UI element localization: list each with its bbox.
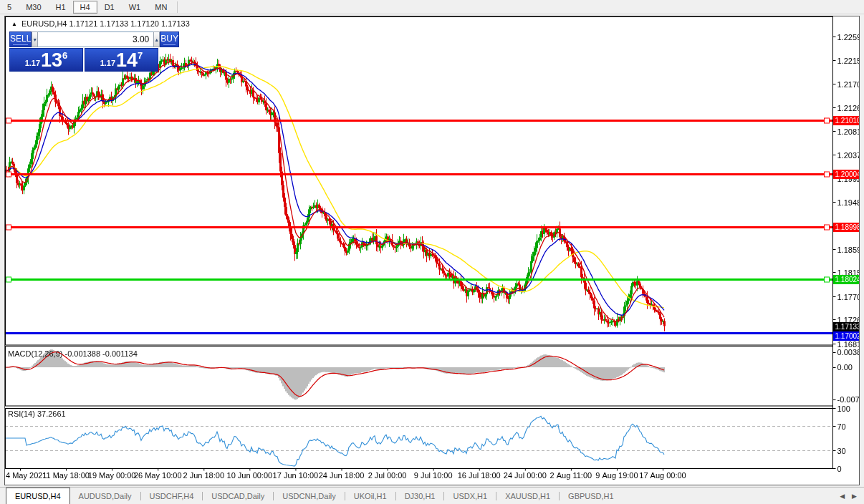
tab-usdcad-daily[interactable]: USDCAD,Daily xyxy=(203,488,273,504)
volume-decrease-button[interactable]: ▼ xyxy=(32,32,38,47)
tab-dj30-h1[interactable]: DJ30,H1 xyxy=(396,488,444,504)
sell-price-prefix: 1.17 xyxy=(25,59,40,67)
volume-increase-button[interactable]: ▲ xyxy=(153,32,160,47)
sell-price-pip: 6 xyxy=(62,50,67,61)
buy-price-quote[interactable]: 1.17 14 7 xyxy=(85,48,158,72)
timeframe-button-w1[interactable]: W1 xyxy=(122,1,148,14)
tab-scroll-right-icon[interactable]: ▶ xyxy=(852,493,857,500)
sell-button[interactable]: SELL xyxy=(9,32,32,47)
timeframe-button-m5[interactable]: 5 xyxy=(0,1,19,14)
buy-price-pip: 7 xyxy=(138,50,143,61)
sell-button-label: SELL xyxy=(10,34,31,44)
volume-input[interactable] xyxy=(38,32,153,47)
buy-price-prefix: 1.17 xyxy=(100,59,115,67)
collapse-triangle-icon[interactable]: ▲ xyxy=(11,21,17,27)
buy-button-label: BUY xyxy=(160,34,178,44)
timeframe-toolbar: 5 M30 H1 H4 D1 W1 MN xyxy=(0,0,864,14)
tab-usdcnh-daily[interactable]: USDCNH,Daily xyxy=(274,488,345,504)
chart-client-area: ▲ EURUSD,H4 1.17121 1.17133 1.17120 1.17… xyxy=(5,16,859,485)
buy-price-main: 14 xyxy=(116,51,138,69)
sell-price-quote[interactable]: 1.17 13 6 xyxy=(9,48,83,72)
chart-canvas[interactable] xyxy=(5,16,859,485)
tab-scroll-arrows: ◀ ▶ xyxy=(840,488,864,504)
toolbar-separator xyxy=(177,1,178,13)
timeframe-button-mn[interactable]: MN xyxy=(148,1,174,14)
tab-usdx-h1[interactable]: USDX,H1 xyxy=(444,488,496,504)
sell-price-main: 13 xyxy=(41,51,62,69)
buy-button[interactable]: BUY xyxy=(160,32,179,47)
one-click-trading-panel: SELL ▼ ▲ BUY 1.17 13 6 1.17 xyxy=(9,32,158,72)
chart-window: ▲ EURUSD,H4 1.17121 1.17133 1.17120 1.17… xyxy=(4,16,860,485)
chart-title-text: EURUSD,H4 1.17121 1.17133 1.17120 1.1713… xyxy=(21,19,190,28)
chart-title: ▲ EURUSD,H4 1.17121 1.17133 1.17120 1.17… xyxy=(11,19,190,28)
timeframe-button-h4[interactable]: H4 xyxy=(73,1,97,14)
macd-indicator-label: MACD(12,26,9) -0.001388 -0.001134 xyxy=(8,349,138,358)
timeframe-button-m30[interactable]: M30 xyxy=(19,1,48,14)
timeframe-button-h1[interactable]: H1 xyxy=(49,1,73,14)
tab-eurusd-h4[interactable]: EURUSD,H4 xyxy=(6,488,70,504)
tab-scroll-left-icon[interactable]: ◀ xyxy=(840,493,845,500)
sell-underline xyxy=(13,44,28,45)
timeframe-button-d1[interactable]: D1 xyxy=(97,1,122,14)
chart-tabbar: EURUSD,H4 AUDUSD,Daily USDCHF,H4 USDCAD,… xyxy=(0,487,864,504)
buy-underline xyxy=(163,44,176,45)
tab-gbpusd-h1[interactable]: GBPUSD,H1 xyxy=(560,488,623,504)
tab-audusd-daily[interactable]: AUDUSD,Daily xyxy=(70,488,140,504)
rsi-indicator-label: RSI(14) 37.2661 xyxy=(8,410,66,418)
tab-ukoil-h1[interactable]: UKOil,H1 xyxy=(345,488,395,504)
tab-xauusd-h1[interactable]: XAUUSD,H1 xyxy=(496,488,559,504)
tab-usdchf-h4[interactable]: USDCHF,H4 xyxy=(141,488,203,504)
